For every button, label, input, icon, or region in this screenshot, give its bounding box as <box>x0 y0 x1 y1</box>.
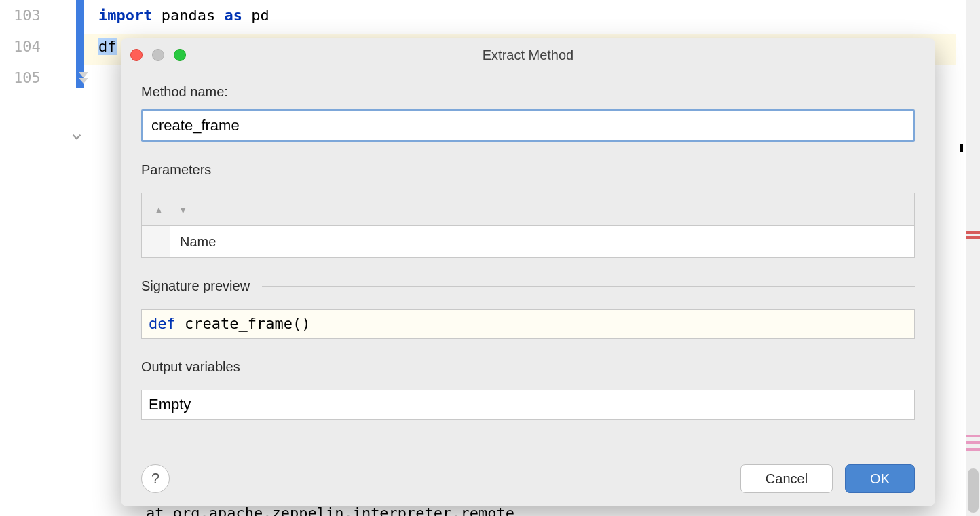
caret-marker <box>960 144 963 152</box>
method-name-input[interactable] <box>141 109 915 142</box>
keyword-import: import <box>98 7 152 24</box>
help-button[interactable]: ? <box>141 464 170 493</box>
dialog-title-bar[interactable]: Extract Method <box>121 38 935 72</box>
svg-marker-1 <box>79 78 88 84</box>
code-line[interactable]: import pandas as pd <box>98 7 269 24</box>
move-down-icon[interactable]: ▼ <box>178 204 188 215</box>
signature-label: Signature preview <box>141 278 250 294</box>
scrollbar-track[interactable] <box>966 0 980 516</box>
fold-collapse-icon[interactable] <box>77 70 90 84</box>
signature-section-header: Signature preview <box>141 278 915 294</box>
warning-marker[interactable] <box>966 435 980 437</box>
fold-chevron-icon[interactable] <box>69 129 84 147</box>
keyword-def: def <box>149 315 176 332</box>
identifier: pandas <box>152 7 224 24</box>
parameters-checkbox-column <box>142 226 170 257</box>
line-number: 105 <box>14 69 41 86</box>
warning-marker[interactable] <box>966 448 980 451</box>
code-line[interactable]: df <box>98 38 117 55</box>
parameters-label: Parameters <box>141 162 211 178</box>
parameters-table[interactable]: Name <box>141 225 915 258</box>
divider <box>252 367 915 367</box>
parameters-toolbar: ▲ ▼ <box>141 193 915 225</box>
maximize-icon[interactable] <box>174 49 186 61</box>
minimize-icon <box>152 49 164 61</box>
selected-code: df <box>98 38 117 55</box>
dialog-footer: ? Cancel OK <box>141 464 915 493</box>
extract-method-dialog: Extract Method Method name: Parameters ▲… <box>121 38 935 506</box>
dialog-body: Method name: Parameters ▲ ▼ Name Signatu… <box>121 72 935 432</box>
warning-marker[interactable] <box>966 441 980 444</box>
method-name-label: Method name: <box>141 84 915 100</box>
keyword-as: as <box>224 7 242 24</box>
signature-preview: def create_frame() <box>141 309 915 339</box>
divider <box>262 286 915 287</box>
scrollbar-thumb[interactable] <box>968 468 979 513</box>
output-variables-box: Empty <box>141 390 915 420</box>
error-marker[interactable] <box>966 236 980 239</box>
svg-marker-0 <box>79 72 88 78</box>
ok-button[interactable]: OK <box>845 464 915 493</box>
cancel-button[interactable]: Cancel <box>740 464 833 493</box>
divider <box>223 170 915 170</box>
output-variables-label: Output variables <box>141 359 240 375</box>
parameters-section-header: Parameters <box>141 162 915 178</box>
window-controls <box>130 49 186 61</box>
move-up-icon[interactable]: ▲ <box>154 204 164 215</box>
identifier: pd <box>242 7 269 24</box>
error-marker[interactable] <box>966 231 980 234</box>
parameters-name-column-header: Name <box>170 226 914 257</box>
dialog-title: Extract Method <box>121 48 935 63</box>
editor-gutter: 103 104 105 <box>0 0 76 516</box>
line-number: 104 <box>14 38 41 55</box>
line-number: 103 <box>14 7 41 24</box>
close-icon[interactable] <box>130 49 143 61</box>
signature-name: create_frame() <box>176 315 311 332</box>
output-section-header: Output variables <box>141 359 915 375</box>
